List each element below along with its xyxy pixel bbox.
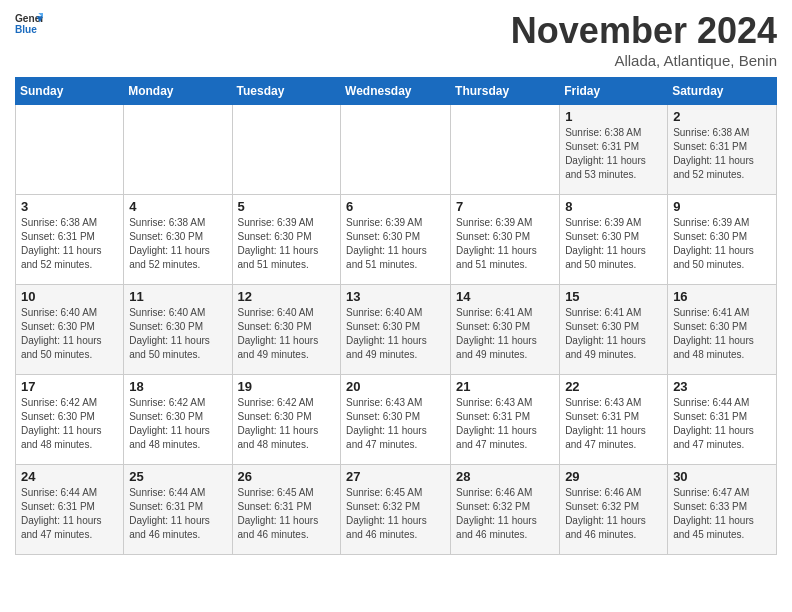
calendar-cell: 12Sunrise: 6:40 AM Sunset: 6:30 PM Dayli… — [232, 285, 341, 375]
day-info: Sunrise: 6:38 AM Sunset: 6:31 PM Dayligh… — [673, 126, 771, 182]
week-row-2: 3Sunrise: 6:38 AM Sunset: 6:31 PM Daylig… — [16, 195, 777, 285]
day-number: 23 — [673, 379, 771, 394]
location-title: Allada, Atlantique, Benin — [511, 52, 777, 69]
day-info: Sunrise: 6:42 AM Sunset: 6:30 PM Dayligh… — [21, 396, 118, 452]
day-info: Sunrise: 6:44 AM Sunset: 6:31 PM Dayligh… — [129, 486, 226, 542]
logo-icon: General Blue — [15, 10, 43, 38]
day-info: Sunrise: 6:41 AM Sunset: 6:30 PM Dayligh… — [565, 306, 662, 362]
day-number: 7 — [456, 199, 554, 214]
day-info: Sunrise: 6:38 AM Sunset: 6:31 PM Dayligh… — [565, 126, 662, 182]
calendar-cell: 23Sunrise: 6:44 AM Sunset: 6:31 PM Dayli… — [668, 375, 777, 465]
day-info: Sunrise: 6:45 AM Sunset: 6:31 PM Dayligh… — [238, 486, 336, 542]
day-number: 11 — [129, 289, 226, 304]
day-number: 27 — [346, 469, 445, 484]
day-info: Sunrise: 6:41 AM Sunset: 6:30 PM Dayligh… — [673, 306, 771, 362]
week-row-4: 17Sunrise: 6:42 AM Sunset: 6:30 PM Dayli… — [16, 375, 777, 465]
day-info: Sunrise: 6:39 AM Sunset: 6:30 PM Dayligh… — [673, 216, 771, 272]
calendar-cell: 5Sunrise: 6:39 AM Sunset: 6:30 PM Daylig… — [232, 195, 341, 285]
calendar-cell: 20Sunrise: 6:43 AM Sunset: 6:30 PM Dayli… — [341, 375, 451, 465]
calendar-cell: 24Sunrise: 6:44 AM Sunset: 6:31 PM Dayli… — [16, 465, 124, 555]
calendar-cell: 3Sunrise: 6:38 AM Sunset: 6:31 PM Daylig… — [16, 195, 124, 285]
calendar-cell: 16Sunrise: 6:41 AM Sunset: 6:30 PM Dayli… — [668, 285, 777, 375]
day-info: Sunrise: 6:43 AM Sunset: 6:31 PM Dayligh… — [456, 396, 554, 452]
day-number: 19 — [238, 379, 336, 394]
day-number: 30 — [673, 469, 771, 484]
day-number: 15 — [565, 289, 662, 304]
svg-text:Blue: Blue — [15, 24, 37, 35]
week-row-1: 1Sunrise: 6:38 AM Sunset: 6:31 PM Daylig… — [16, 105, 777, 195]
weekday-header-sunday: Sunday — [16, 78, 124, 105]
day-number: 13 — [346, 289, 445, 304]
day-info: Sunrise: 6:46 AM Sunset: 6:32 PM Dayligh… — [565, 486, 662, 542]
calendar-cell — [124, 105, 232, 195]
day-number: 17 — [21, 379, 118, 394]
day-number: 4 — [129, 199, 226, 214]
week-row-3: 10Sunrise: 6:40 AM Sunset: 6:30 PM Dayli… — [16, 285, 777, 375]
day-number: 3 — [21, 199, 118, 214]
calendar-cell: 1Sunrise: 6:38 AM Sunset: 6:31 PM Daylig… — [560, 105, 668, 195]
calendar-cell — [451, 105, 560, 195]
calendar-cell: 29Sunrise: 6:46 AM Sunset: 6:32 PM Dayli… — [560, 465, 668, 555]
day-info: Sunrise: 6:42 AM Sunset: 6:30 PM Dayligh… — [129, 396, 226, 452]
calendar-cell — [16, 105, 124, 195]
day-info: Sunrise: 6:39 AM Sunset: 6:30 PM Dayligh… — [238, 216, 336, 272]
calendar-cell: 6Sunrise: 6:39 AM Sunset: 6:30 PM Daylig… — [341, 195, 451, 285]
calendar-cell: 10Sunrise: 6:40 AM Sunset: 6:30 PM Dayli… — [16, 285, 124, 375]
calendar-cell: 17Sunrise: 6:42 AM Sunset: 6:30 PM Dayli… — [16, 375, 124, 465]
calendar-cell: 30Sunrise: 6:47 AM Sunset: 6:33 PM Dayli… — [668, 465, 777, 555]
day-number: 5 — [238, 199, 336, 214]
day-info: Sunrise: 6:44 AM Sunset: 6:31 PM Dayligh… — [21, 486, 118, 542]
calendar-cell: 14Sunrise: 6:41 AM Sunset: 6:30 PM Dayli… — [451, 285, 560, 375]
day-number: 10 — [21, 289, 118, 304]
calendar-cell: 7Sunrise: 6:39 AM Sunset: 6:30 PM Daylig… — [451, 195, 560, 285]
day-number: 8 — [565, 199, 662, 214]
calendar-cell: 11Sunrise: 6:40 AM Sunset: 6:30 PM Dayli… — [124, 285, 232, 375]
weekday-header-saturday: Saturday — [668, 78, 777, 105]
day-number: 1 — [565, 109, 662, 124]
day-info: Sunrise: 6:38 AM Sunset: 6:30 PM Dayligh… — [129, 216, 226, 272]
weekday-header-friday: Friday — [560, 78, 668, 105]
weekday-header-monday: Monday — [124, 78, 232, 105]
day-number: 20 — [346, 379, 445, 394]
day-info: Sunrise: 6:43 AM Sunset: 6:30 PM Dayligh… — [346, 396, 445, 452]
day-info: Sunrise: 6:42 AM Sunset: 6:30 PM Dayligh… — [238, 396, 336, 452]
day-number: 9 — [673, 199, 771, 214]
day-info: Sunrise: 6:41 AM Sunset: 6:30 PM Dayligh… — [456, 306, 554, 362]
day-info: Sunrise: 6:40 AM Sunset: 6:30 PM Dayligh… — [238, 306, 336, 362]
calendar-cell: 9Sunrise: 6:39 AM Sunset: 6:30 PM Daylig… — [668, 195, 777, 285]
calendar-cell: 19Sunrise: 6:42 AM Sunset: 6:30 PM Dayli… — [232, 375, 341, 465]
calendar-cell: 2Sunrise: 6:38 AM Sunset: 6:31 PM Daylig… — [668, 105, 777, 195]
calendar-cell: 8Sunrise: 6:39 AM Sunset: 6:30 PM Daylig… — [560, 195, 668, 285]
day-number: 14 — [456, 289, 554, 304]
month-title: November 2024 — [511, 10, 777, 52]
day-number: 6 — [346, 199, 445, 214]
day-number: 18 — [129, 379, 226, 394]
weekday-header-row: SundayMondayTuesdayWednesdayThursdayFrid… — [16, 78, 777, 105]
day-info: Sunrise: 6:38 AM Sunset: 6:31 PM Dayligh… — [21, 216, 118, 272]
calendar-cell: 18Sunrise: 6:42 AM Sunset: 6:30 PM Dayli… — [124, 375, 232, 465]
logo: General Blue — [15, 10, 43, 38]
day-info: Sunrise: 6:40 AM Sunset: 6:30 PM Dayligh… — [346, 306, 445, 362]
weekday-header-tuesday: Tuesday — [232, 78, 341, 105]
day-number: 28 — [456, 469, 554, 484]
calendar-cell: 28Sunrise: 6:46 AM Sunset: 6:32 PM Dayli… — [451, 465, 560, 555]
week-row-5: 24Sunrise: 6:44 AM Sunset: 6:31 PM Dayli… — [16, 465, 777, 555]
calendar-cell: 13Sunrise: 6:40 AM Sunset: 6:30 PM Dayli… — [341, 285, 451, 375]
calendar-cell: 26Sunrise: 6:45 AM Sunset: 6:31 PM Dayli… — [232, 465, 341, 555]
day-number: 22 — [565, 379, 662, 394]
day-info: Sunrise: 6:39 AM Sunset: 6:30 PM Dayligh… — [456, 216, 554, 272]
page-header: General Blue November 2024 Allada, Atlan… — [15, 10, 777, 69]
day-info: Sunrise: 6:45 AM Sunset: 6:32 PM Dayligh… — [346, 486, 445, 542]
calendar-cell — [341, 105, 451, 195]
weekday-header-wednesday: Wednesday — [341, 78, 451, 105]
calendar-cell: 15Sunrise: 6:41 AM Sunset: 6:30 PM Dayli… — [560, 285, 668, 375]
day-number: 2 — [673, 109, 771, 124]
day-number: 29 — [565, 469, 662, 484]
calendar-table: SundayMondayTuesdayWednesdayThursdayFrid… — [15, 77, 777, 555]
calendar-cell: 27Sunrise: 6:45 AM Sunset: 6:32 PM Dayli… — [341, 465, 451, 555]
day-info: Sunrise: 6:44 AM Sunset: 6:31 PM Dayligh… — [673, 396, 771, 452]
calendar-cell — [232, 105, 341, 195]
day-info: Sunrise: 6:40 AM Sunset: 6:30 PM Dayligh… — [21, 306, 118, 362]
calendar-cell: 25Sunrise: 6:44 AM Sunset: 6:31 PM Dayli… — [124, 465, 232, 555]
day-info: Sunrise: 6:46 AM Sunset: 6:32 PM Dayligh… — [456, 486, 554, 542]
